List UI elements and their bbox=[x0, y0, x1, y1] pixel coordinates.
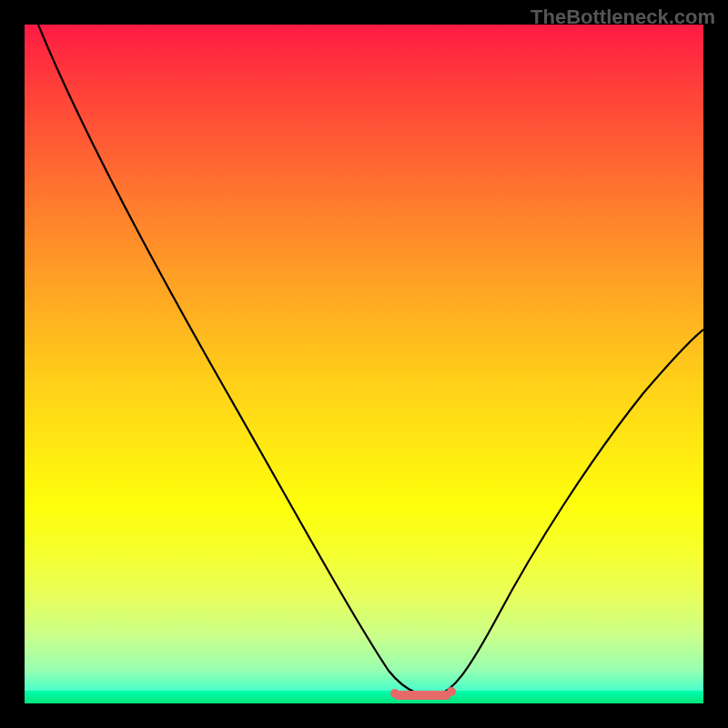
chart-curve-layer bbox=[25, 25, 703, 703]
watermark-text: TheBottleneck.com bbox=[531, 5, 715, 29]
optimal-range-marker bbox=[394, 691, 450, 700]
optimal-range-marker-right-dot bbox=[447, 687, 456, 696]
bottleneck-curve-path bbox=[38, 25, 703, 695]
optimal-range-marker-left-dot bbox=[390, 689, 399, 698]
chart-frame bbox=[25, 25, 703, 703]
